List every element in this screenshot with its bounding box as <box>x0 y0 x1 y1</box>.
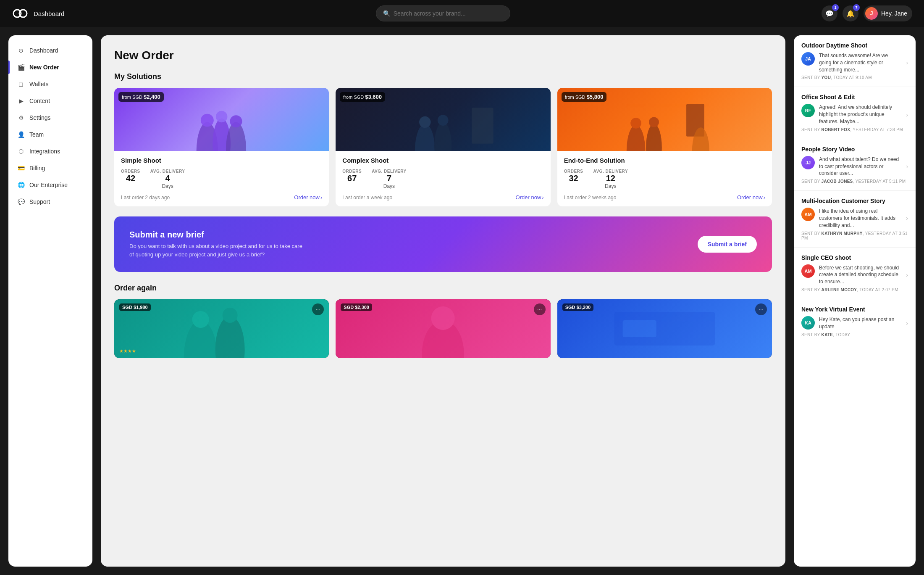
svg-point-13 <box>626 125 645 151</box>
complex-delivery-stat: AVG. DELIVERY 7 Days <box>372 169 407 189</box>
sidebar-item-billing[interactable]: 💳 Billing <box>8 160 92 177</box>
sidebar-label-team: Team <box>29 131 44 138</box>
chat-item-5[interactable]: New York Virtual Event KA Hey Kate, can … <box>794 299 916 344</box>
nav-title: Dashboard <box>34 10 64 17</box>
svg-point-5 <box>201 114 214 127</box>
order-card-2-overlay: SGD $3,200 ··· <box>557 299 772 358</box>
user-chip[interactable]: J Hey, Jane <box>864 5 912 21</box>
order-menu-1[interactable]: ··· <box>534 303 546 315</box>
dashboard-icon: ⊙ <box>17 46 25 55</box>
sidebar-label-support: Support <box>29 198 50 205</box>
solutions-section-title: My Solutions <box>114 72 772 81</box>
chat-preview-0: JA That sounds awesome! Are we going for… <box>801 52 908 73</box>
chat-avatar-5: KA <box>801 316 815 330</box>
e2e-card-footer: Last order 2 weeks ago Order now › <box>564 194 765 200</box>
support-icon: 💬 <box>17 198 25 206</box>
simple-order-now[interactable]: Order now › <box>294 194 322 200</box>
e2e-last-order: Last order 2 weeks ago <box>564 195 617 200</box>
simple-orders-stat: ORDERS 42 <box>121 169 140 189</box>
notification-button[interactable]: 🔔 7 <box>843 5 858 21</box>
e2e-card-stats: ORDERS 32 AVG. DELIVERY 12 Days <box>564 169 765 189</box>
new-order-icon: 🎬 <box>17 63 25 71</box>
sidebar-item-content[interactable]: ▶ Content <box>8 92 92 109</box>
chat-msg-1: Agreed! And we should definitely highlig… <box>819 104 900 125</box>
e2e-delivery-stat: AVG. DELIVERY 12 Days <box>593 169 628 189</box>
svg-point-11 <box>438 115 449 126</box>
order-price-2: SGD $3,200 <box>562 303 594 311</box>
sidebar-item-team[interactable]: 👤 Team <box>8 126 92 143</box>
sidebar-item-support[interactable]: 💬 Support <box>8 193 92 210</box>
order-menu-0[interactable]: ··· <box>312 303 324 315</box>
chat-arrow-3: › <box>906 215 908 222</box>
chat-meta-3: SENT BY KATHRYN MURPHY, YESTERDAY AT 3:5… <box>801 231 908 240</box>
topnav: Dashboard 🔍 💬 1 🔔 7 J Hey, Jane <box>0 0 924 27</box>
order-card-1-overlay: SGD $2,300 ··· <box>336 299 550 358</box>
order-card-0: SGD $1,980 ··· ★★★★ <box>114 299 329 358</box>
chat-item-3[interactable]: Multi-location Customer Story KM I like … <box>794 191 916 247</box>
billing-icon: 💳 <box>17 164 25 172</box>
chat-meta-4: SENT BY ARLENE MCCOY, TODAY AT 2:07 PM <box>801 288 908 292</box>
chat-avatar-3: KM <box>801 208 815 221</box>
chat-title-0: Outdoor Daytime Shoot <box>801 42 908 49</box>
chat-preview-3: KM I like the idea of using real custome… <box>801 208 908 229</box>
search-box[interactable]: 🔍 <box>376 5 510 21</box>
settings-icon: ⚙ <box>17 113 25 122</box>
order-card-2: SGD $3,200 ··· <box>557 299 772 358</box>
sidebar-label-settings: Settings <box>29 114 51 121</box>
logo-icon <box>12 5 29 22</box>
logo-area[interactable]: Dashboard <box>12 5 64 22</box>
sidebar-item-settings[interactable]: ⚙ Settings <box>8 109 92 126</box>
brief-text: Submit a new brief Do you want to talk w… <box>129 230 306 258</box>
complex-order-now[interactable]: Order now › <box>516 194 544 200</box>
chat-msg-4: Before we start shooting, we should crea… <box>819 264 900 285</box>
chat-arrow-2: › <box>906 163 908 170</box>
simple-card-footer: Last order 2 days ago Order now › <box>121 194 322 200</box>
sidebar-item-enterprise[interactable]: 🌐 Our Enterprise <box>8 177 92 193</box>
svg-point-10 <box>419 116 430 128</box>
simple-card-name: Simple Shoot <box>121 157 322 164</box>
chat-preview-5: KA Hey Kate, can you please post an upda… <box>801 316 908 330</box>
complex-last-order: Last order a week ago <box>342 195 392 200</box>
chat-meta-5: SENT BY KATE, TODAY <box>801 332 908 337</box>
complex-price-badge: from SGD $3,600 <box>340 92 385 102</box>
simple-delivery-num: 4 <box>150 174 185 183</box>
simple-price-badge: from SGD $2,400 <box>118 92 164 102</box>
simple-delivery-stat: AVG. DELIVERY 4 Days <box>150 169 185 189</box>
chat-avatar-2: JJ <box>801 156 815 169</box>
card-image-end-to-end: from SGD $5,800 <box>557 88 772 151</box>
chat-item-0[interactable]: Outdoor Daytime Shoot JA That sounds awe… <box>794 35 916 87</box>
sidebar: ⊙ Dashboard 🎬 New Order ◻ Wallets ▶ Cont… <box>8 35 92 567</box>
chat-item-1[interactable]: Office Shoot & Edit RF Agreed! And we sh… <box>794 87 916 139</box>
order-card-1: SGD $2,300 ··· <box>336 299 550 358</box>
svg-point-8 <box>415 124 435 151</box>
notif-badge: 7 <box>853 4 860 11</box>
chat-button[interactable]: 💬 1 <box>822 5 837 21</box>
e2e-order-now[interactable]: Order now › <box>737 194 765 200</box>
avatar: J <box>865 7 878 20</box>
brief-title: Submit a new brief <box>129 230 306 240</box>
chat-msg-2: And what about talent? Do we need to cas… <box>819 156 900 177</box>
chat-item-2[interactable]: People Story Video JJ And what about tal… <box>794 139 916 191</box>
search-input[interactable] <box>394 10 503 17</box>
svg-point-15 <box>630 118 641 129</box>
order-menu-2[interactable]: ··· <box>755 303 767 315</box>
submit-brief-button[interactable]: Submit a brief <box>698 236 757 253</box>
chat-title-2: People Story Video <box>801 146 908 153</box>
sidebar-item-dashboard[interactable]: ⊙ Dashboard <box>8 42 92 59</box>
card-image-simple: from SGD $2,400 <box>114 88 329 151</box>
chat-msg-5: Hey Kate, can you please post an update <box>819 316 900 330</box>
svg-point-9 <box>434 122 452 151</box>
sidebar-item-wallets[interactable]: ◻ Wallets <box>8 76 92 92</box>
brief-description: Do you want to talk with us about a vide… <box>129 242 306 258</box>
chat-item-4[interactable]: Single CEO shoot AM Before we start shoo… <box>794 248 916 299</box>
chat-title-4: Single CEO shoot <box>801 254 908 261</box>
chat-avatar-1: RF <box>801 104 815 117</box>
content-area: New Order My Solutions <box>101 35 785 567</box>
e2e-price-badge: from SGD $5,800 <box>562 92 607 102</box>
svg-rect-12 <box>472 108 494 144</box>
order-again-title: Order again <box>114 284 772 293</box>
order-card-0-overlay: SGD $1,980 ··· ★★★★ <box>114 299 329 358</box>
sidebar-item-new-order[interactable]: 🎬 New Order <box>8 59 92 76</box>
sidebar-item-integrations[interactable]: ⬡ Integrations <box>8 143 92 160</box>
simple-card-stats: ORDERS 42 AVG. DELIVERY 4 Days <box>121 169 322 189</box>
